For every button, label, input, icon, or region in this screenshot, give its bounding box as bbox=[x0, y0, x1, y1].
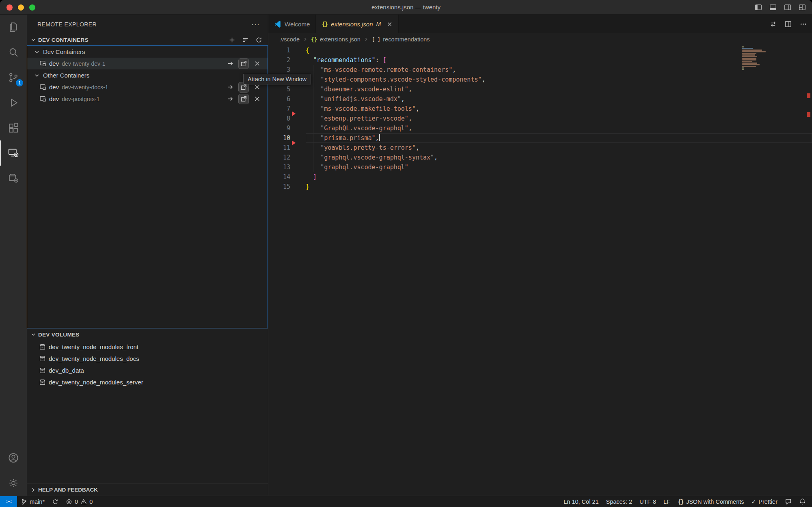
line-content[interactable]: "esbenp.prettier-vscode", bbox=[306, 114, 812, 123]
warning-icon bbox=[80, 498, 87, 505]
code-editor[interactable]: 1 { 2 "recommendations": [ 3 "ms-vscode-… bbox=[268, 45, 812, 496]
attach-new-window-icon[interactable] bbox=[239, 94, 248, 104]
cursor-position[interactable]: Ln 10, Col 21 bbox=[560, 496, 602, 507]
containers-icon bbox=[7, 172, 19, 184]
run-debug-icon bbox=[7, 97, 19, 109]
attach-new-window-icon[interactable] bbox=[239, 59, 248, 69]
more-actions-icon[interactable] bbox=[799, 20, 807, 28]
indentation-status[interactable]: Spaces: 2 bbox=[603, 496, 636, 507]
line-content[interactable]: "styled-components.vscode-styled-compone… bbox=[306, 75, 812, 84]
problems-status[interactable]: 0 0 bbox=[62, 496, 96, 507]
line-content[interactable]: "yoavbls.pretty-ts-errors", bbox=[306, 143, 812, 153]
refresh-icon[interactable] bbox=[255, 37, 262, 43]
attach-container-icon[interactable] bbox=[225, 59, 235, 69]
accounts-icon bbox=[7, 452, 19, 464]
gutter bbox=[290, 123, 306, 133]
breadcrumb-file[interactable]: extensions.json bbox=[320, 36, 361, 43]
filter-icon[interactable] bbox=[242, 37, 249, 43]
line-content[interactable]: "ms-vscode-remote.remote-containers", bbox=[306, 65, 812, 75]
line-number: 6 bbox=[268, 94, 290, 104]
breadcrumb-symbol[interactable]: recommendations bbox=[383, 36, 430, 43]
line-number: 15 bbox=[268, 182, 290, 192]
sidebar-item-search[interactable] bbox=[0, 40, 27, 65]
volume-item[interactable]: dev_twenty_node_modules_front bbox=[27, 341, 268, 353]
volume-name: dev_twenty_node_modules_server bbox=[49, 379, 143, 386]
code-line: 8 "esbenp.prettier-vscode", bbox=[268, 114, 812, 123]
sync-status[interactable] bbox=[48, 496, 62, 507]
volume-name: dev_db_data bbox=[49, 367, 84, 374]
dev-containers-actions bbox=[229, 37, 262, 43]
sidebar-item-source-control[interactable]: 1 bbox=[0, 65, 27, 90]
add-icon[interactable] bbox=[229, 37, 235, 43]
eol-status[interactable]: LF bbox=[660, 496, 674, 507]
remote-indicator[interactable]: >< bbox=[0, 496, 17, 507]
language-mode[interactable]: {} JSON with Comments bbox=[674, 496, 747, 507]
customize-layout-icon[interactable] bbox=[798, 3, 806, 11]
minimap-line bbox=[742, 67, 744, 69]
help-feedback-header[interactable]: HELP AND FEEDBACK bbox=[27, 483, 268, 496]
attach-new-window-icon[interactable] bbox=[239, 82, 248, 92]
chevron-right-icon bbox=[30, 487, 37, 493]
sidebar-item-containers[interactable] bbox=[0, 166, 27, 191]
line-content[interactable]: "unifiedjs.vscode-mdx", bbox=[306, 94, 812, 104]
dev-volumes-title: DEV VOLUMES bbox=[38, 332, 80, 338]
branch-status[interactable]: main* bbox=[17, 496, 48, 507]
tab-extensions-json[interactable]: {} extensions.json M bbox=[316, 15, 399, 33]
tree-group[interactable]: Other Containers bbox=[27, 69, 268, 81]
dev-containers-header[interactable]: DEV CONTAINERS bbox=[27, 34, 268, 45]
attach-container-icon[interactable] bbox=[225, 82, 235, 92]
volume-item[interactable]: dev_twenty_node_modules_docs bbox=[27, 353, 268, 365]
gutter bbox=[290, 172, 306, 182]
sidebar-item-run-debug[interactable] bbox=[0, 90, 27, 115]
line-content[interactable]: "recommendations": [ bbox=[306, 55, 812, 65]
remove-container-icon[interactable] bbox=[252, 94, 262, 104]
remove-container-icon[interactable] bbox=[252, 59, 262, 69]
line-content[interactable]: { bbox=[306, 45, 812, 55]
formatter-status[interactable]: ✓ Prettier bbox=[748, 496, 781, 507]
volume-item[interactable]: dev_twenty_node_modules_server bbox=[27, 376, 268, 388]
line-content[interactable]: "prisma.prisma", bbox=[306, 133, 812, 143]
minimap-line bbox=[742, 46, 744, 47]
container-item[interactable]: dev dev-twenty-docs-1 bbox=[27, 81, 268, 93]
sidebar-item-remote-explorer[interactable] bbox=[0, 140, 27, 166]
settings-button[interactable] bbox=[0, 470, 27, 496]
sidebar-item-explorer[interactable] bbox=[0, 15, 27, 40]
minimap-line bbox=[742, 64, 760, 65]
encoding-status[interactable]: UTF-8 bbox=[636, 496, 660, 507]
feedback-icon[interactable] bbox=[781, 496, 795, 507]
row-actions bbox=[225, 82, 262, 92]
toggle-secondary-sidebar-icon[interactable] bbox=[784, 3, 792, 11]
notifications-bell-icon[interactable] bbox=[795, 496, 810, 507]
line-content[interactable]: "ms-vscode.makefile-tools", bbox=[306, 104, 812, 114]
line-content[interactable]: "dbaeumer.vscode-eslint", bbox=[306, 84, 812, 94]
line-content[interactable]: ] bbox=[306, 172, 812, 182]
close-tab-icon[interactable] bbox=[387, 21, 393, 27]
toggle-panel-icon[interactable] bbox=[769, 3, 777, 11]
container-item[interactable]: dev dev-twenty-dev-1 bbox=[27, 58, 268, 69]
accounts-button[interactable] bbox=[0, 445, 27, 470]
gutter bbox=[290, 45, 306, 55]
line-content[interactable]: "graphql.vscode-graphql-syntax", bbox=[306, 153, 812, 162]
breadcrumb-folder[interactable]: .vscode bbox=[279, 36, 300, 43]
line-content[interactable]: "graphql.vscode-graphql" bbox=[306, 162, 812, 172]
toggle-primary-sidebar-icon[interactable] bbox=[754, 3, 762, 11]
more-actions-icon[interactable]: ··· bbox=[251, 20, 260, 29]
line-content[interactable]: } bbox=[306, 182, 812, 192]
tree-group[interactable]: Dev Containers bbox=[27, 46, 268, 58]
minimap[interactable] bbox=[742, 46, 767, 71]
container-name: dev bbox=[49, 95, 59, 102]
tab-welcome[interactable]: Welcome bbox=[268, 15, 316, 33]
attach-container-icon[interactable] bbox=[225, 94, 235, 104]
open-changes-icon[interactable] bbox=[769, 20, 777, 28]
dev-volumes-header[interactable]: DEV VOLUMES bbox=[27, 329, 268, 340]
code-line: 14 ] bbox=[268, 172, 812, 182]
remove-container-icon[interactable] bbox=[252, 82, 262, 92]
line-content[interactable]: "GraphQL.vscode-graphql", bbox=[306, 123, 812, 133]
sidebar-item-extensions[interactable] bbox=[0, 115, 27, 140]
dev-containers-tree: Dev Containers dev dev-twenty-dev-1 Othe… bbox=[27, 45, 268, 328]
split-editor-icon[interactable] bbox=[784, 20, 792, 28]
container-item[interactable]: dev dev-postgres-1 bbox=[27, 93, 268, 105]
container-description: dev-twenty-docs-1 bbox=[62, 84, 108, 91]
volume-item[interactable]: dev_db_data bbox=[27, 365, 268, 376]
code-line: 9 "GraphQL.vscode-graphql", bbox=[268, 123, 812, 133]
